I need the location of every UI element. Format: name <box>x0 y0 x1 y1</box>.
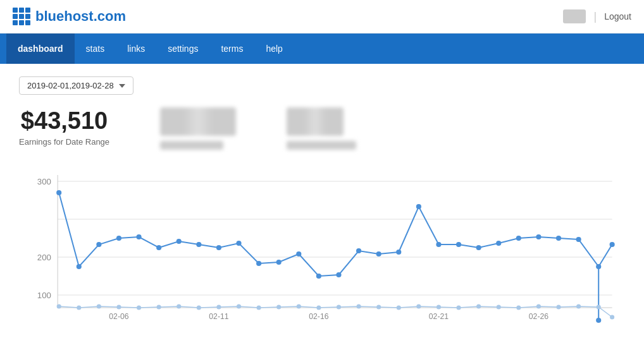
date-range-selector[interactable]: 2019-02-01,2019-02-28 <box>19 76 133 95</box>
svg-point-26 <box>396 250 401 255</box>
svg-point-42 <box>97 305 101 309</box>
svg-point-53 <box>316 306 321 310</box>
svg-point-25 <box>376 251 381 256</box>
svg-point-31 <box>496 241 501 246</box>
svg-point-57 <box>397 306 401 310</box>
earnings-value: $43,510 <box>19 107 109 135</box>
blurred-label-3 <box>287 141 356 150</box>
svg-point-48 <box>216 305 221 310</box>
svg-point-18 <box>236 241 241 246</box>
svg-point-49 <box>237 305 241 309</box>
earnings-label: Earnings for Date Range <box>19 137 109 147</box>
svg-point-20 <box>276 260 282 265</box>
svg-point-27 <box>416 204 421 209</box>
dropdown-arrow-icon <box>119 84 125 88</box>
svg-point-67 <box>597 305 601 310</box>
svg-point-56 <box>376 305 381 310</box>
svg-text:02-21: 02-21 <box>429 312 449 321</box>
svg-point-37 <box>610 242 615 247</box>
svg-point-39 <box>596 318 601 323</box>
svg-point-13 <box>136 234 141 239</box>
svg-point-32 <box>516 236 521 241</box>
nav-item-help[interactable]: help <box>254 33 294 64</box>
svg-point-28 <box>436 242 441 247</box>
svg-point-68 <box>610 315 614 320</box>
svg-point-64 <box>536 305 541 309</box>
svg-text:100: 100 <box>37 291 51 300</box>
svg-text:02-11: 02-11 <box>209 312 229 321</box>
separator: | <box>593 10 597 23</box>
svg-point-35 <box>576 237 581 242</box>
main-content: 2019-02-01,2019-02-28 $43,510 Earnings f… <box>0 64 644 346</box>
svg-point-24 <box>356 248 361 253</box>
svg-point-46 <box>176 305 181 309</box>
blurred-value-2 <box>160 107 236 136</box>
svg-point-33 <box>536 234 541 239</box>
svg-point-15 <box>176 239 182 244</box>
nav-item-links[interactable]: links <box>116 33 156 64</box>
svg-point-54 <box>337 305 341 310</box>
nav-item-terms[interactable]: terms <box>209 33 254 64</box>
stats-row: $43,510 Earnings for Date Range <box>19 107 625 150</box>
svg-point-40 <box>57 305 61 309</box>
svg-text:200: 200 <box>37 253 51 262</box>
svg-point-14 <box>156 245 161 250</box>
header-right: | Logout <box>563 9 631 23</box>
svg-text:02-06: 02-06 <box>109 312 129 321</box>
blurred-stat-2 <box>160 107 236 150</box>
blurred-value-3 <box>287 107 344 136</box>
svg-text:300: 300 <box>37 177 51 186</box>
svg-point-59 <box>437 305 441 310</box>
svg-point-21 <box>296 251 301 256</box>
svg-point-50 <box>257 306 261 310</box>
svg-point-47 <box>197 306 201 310</box>
svg-point-58 <box>416 305 421 309</box>
date-range-value: 2019-02-01,2019-02-28 <box>27 81 114 90</box>
svg-point-16 <box>196 242 201 247</box>
nav-item-dashboard[interactable]: dashboard <box>6 33 75 64</box>
avatar <box>563 9 586 23</box>
svg-point-63 <box>516 306 521 310</box>
svg-point-17 <box>216 245 221 250</box>
svg-point-22 <box>316 274 321 279</box>
svg-point-60 <box>456 306 461 310</box>
svg-point-66 <box>576 305 581 309</box>
nav-item-settings[interactable]: settings <box>156 33 209 64</box>
chart-container: 300 200 100 <box>19 169 625 333</box>
svg-point-55 <box>357 305 361 309</box>
svg-point-34 <box>556 236 561 241</box>
header: bluehost.com | Logout <box>0 0 644 33</box>
logo-area: bluehost.com <box>13 8 126 25</box>
logout-button[interactable]: Logout <box>604 11 631 21</box>
blurred-label-2 <box>160 141 223 150</box>
nav-item-stats[interactable]: stats <box>75 33 116 64</box>
svg-point-9 <box>56 190 61 195</box>
svg-text:02-26: 02-26 <box>529 312 549 321</box>
chart-svg: 300 200 100 <box>19 169 625 333</box>
svg-point-44 <box>137 306 141 310</box>
svg-point-65 <box>556 305 560 310</box>
svg-point-41 <box>77 306 81 310</box>
svg-point-51 <box>276 305 281 310</box>
svg-point-10 <box>77 264 82 269</box>
svg-point-29 <box>456 242 461 247</box>
svg-point-52 <box>297 305 301 309</box>
svg-point-23 <box>336 272 341 277</box>
svg-point-30 <box>476 245 481 250</box>
svg-point-61 <box>476 305 481 309</box>
logo-grid-icon <box>13 8 30 25</box>
logo-text: bluehost.com <box>35 8 126 25</box>
svg-point-11 <box>96 242 101 247</box>
svg-point-43 <box>116 305 121 310</box>
svg-point-12 <box>116 236 121 241</box>
svg-point-62 <box>497 305 501 310</box>
nav: dashboard stats links settings terms hel… <box>0 33 644 64</box>
earnings-stat: $43,510 Earnings for Date Range <box>19 107 109 147</box>
svg-point-19 <box>256 261 261 266</box>
svg-text:02-16: 02-16 <box>309 312 329 321</box>
svg-point-45 <box>157 305 161 310</box>
blurred-stat-3 <box>287 107 356 150</box>
